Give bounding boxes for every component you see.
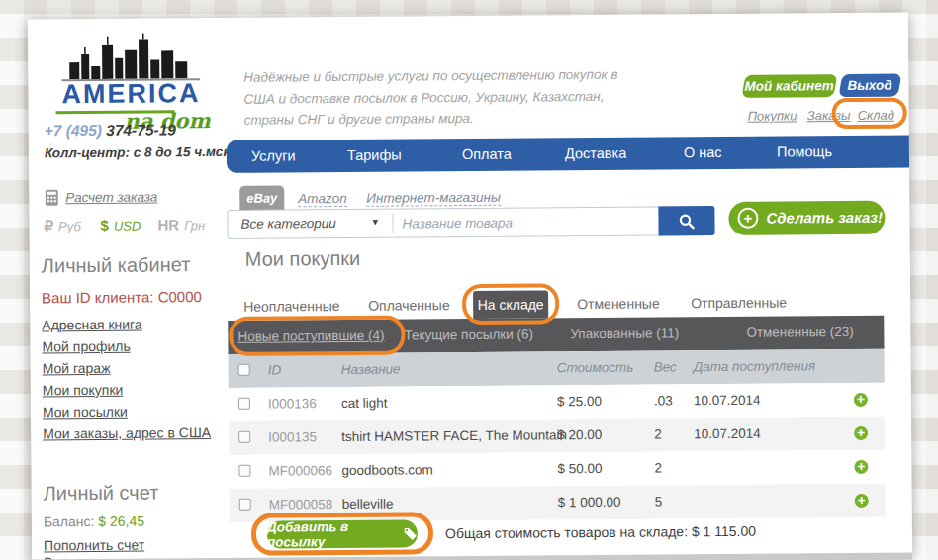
col-name: Название: [341, 362, 401, 377]
col-arrival-date: Дата поступления: [694, 358, 816, 374]
currency-grn[interactable]: HRГрн: [157, 216, 205, 233]
cell-id: MF000058: [269, 497, 333, 513]
callcenter-hours: Колл-центр: с 8 до 15 ч.мск.: [45, 144, 234, 160]
subtab-packed[interactable]: Упакованные (11): [570, 326, 679, 341]
table-row: I000135 tshirt HAMSTER FACE, The Mountai…: [229, 417, 885, 455]
balance-label: Баланс:: [44, 513, 95, 529]
cabinet-title: Личный кабинет: [42, 253, 191, 277]
search-icon: [678, 213, 695, 230]
divider: [392, 214, 393, 233]
logout-button[interactable]: Выход: [838, 74, 901, 98]
calculator-icon: [45, 189, 58, 206]
cell-cost: $ 1 000.00: [558, 495, 621, 511]
row-checkbox[interactable]: [238, 398, 250, 410]
tab-sent[interactable]: Отправленные: [691, 294, 787, 311]
brand-name: AMERICA: [46, 78, 216, 110]
topup-link[interactable]: Пополнить счет: [44, 537, 144, 554]
nav-tariffs[interactable]: Тарифы: [347, 147, 402, 163]
currency-grn-label: Грн: [184, 218, 205, 233]
cell-name: cat light: [341, 396, 388, 411]
page-title: Мои покупки: [245, 247, 361, 271]
search-input[interactable]: [402, 209, 655, 236]
chevron-down-icon: ▾: [372, 216, 378, 229]
warehouse-total: Общая стоимость товаров на складе: $ 1 1…: [445, 523, 756, 541]
logout-label: Выход: [848, 78, 892, 93]
sidebar-link-address-book[interactable]: Адресная книга: [42, 316, 225, 332]
nav-help[interactable]: Помощь: [777, 143, 832, 159]
cell-id: MF000066: [268, 463, 332, 479]
sidebar-link-garage[interactable]: Мой гараж: [43, 359, 226, 376]
table-row: MF000066 goodboots.com $ 50.00 2 +: [229, 450, 885, 489]
col-id: ID: [268, 363, 282, 378]
currency-rub-label: Руб: [58, 219, 81, 233]
tab-unpaid[interactable]: Неоплаченные: [243, 298, 339, 315]
tab-paid[interactable]: Оплаченные: [368, 297, 450, 314]
add-to-parcel-icon[interactable]: +: [855, 494, 869, 508]
search-bar: Все категории ▾: [227, 206, 713, 239]
nav-payment[interactable]: Оплата: [462, 146, 512, 162]
row-checkbox[interactable]: [239, 499, 251, 511]
select-all-checkbox[interactable]: [238, 364, 250, 376]
sidebar-link-profile[interactable]: Мой профиль: [42, 337, 225, 354]
tab-cancelled[interactable]: Отмененные: [577, 295, 660, 312]
cell-cost: $ 50.00: [557, 461, 602, 476]
warehouse-total-label: Общая стоимость товаров на складе:: [445, 523, 688, 541]
logo[interactable]: AMERICA na dom: [46, 32, 217, 134]
cell-cost: $ 25.00: [557, 394, 602, 409]
add-to-parcel-icon[interactable]: +: [854, 460, 868, 474]
order-calc-link[interactable]: Расчет заказа: [65, 189, 157, 205]
tab-internet-shops[interactable]: Интернет-магазины: [366, 190, 501, 207]
plus-circle-icon: +: [737, 208, 758, 229]
cell-weight: .03: [654, 393, 673, 408]
purchases-link[interactable]: Покупки: [748, 108, 797, 123]
nav-services[interactable]: Услуги: [251, 147, 296, 163]
currency-rub-symbol: ₽: [44, 217, 53, 233]
currency-usd-symbol: $: [100, 217, 108, 233]
col-weight: Вес: [654, 359, 677, 374]
currency-usd-label: USD: [114, 219, 141, 233]
cell-cost: $ 20.00: [557, 427, 602, 442]
add-to-parcel-icon[interactable]: +: [854, 393, 868, 407]
sidebar-link-purchases[interactable]: Мои покупки: [43, 381, 226, 398]
subtab-current-parcels[interactable]: Текущие посылки (6): [404, 327, 533, 342]
cell-weight: 5: [655, 494, 663, 509]
cell-date: 10.07.2014: [694, 393, 761, 409]
row-checkbox[interactable]: [238, 465, 250, 477]
nav-delivery[interactable]: Доставка: [565, 145, 626, 161]
site-card: AMERICA na dom +7 (495) 374-75-19 Колл-ц…: [28, 13, 912, 560]
currency-usd[interactable]: $USD: [100, 217, 141, 234]
sidebar-link-parcels[interactable]: Мои посылки: [43, 403, 226, 420]
balance-value: $ 26,45: [98, 513, 144, 529]
cell-id: I000136: [268, 396, 317, 411]
row-checkbox[interactable]: [238, 431, 250, 443]
currency-switcher: ₽Руб $USD HRГрн: [41, 216, 224, 236]
phone-prefix: +7 (495): [45, 122, 102, 139]
add-to-parcel-icon[interactable]: +: [854, 426, 868, 440]
search-button[interactable]: [658, 206, 714, 235]
cell-name: belleville: [342, 497, 394, 512]
nav-about[interactable]: О нас: [684, 144, 722, 160]
highlight-oval-warehouse-link: [832, 98, 907, 130]
cell-name: goodboots.com: [341, 462, 432, 478]
personal-account-title: Личный счет: [44, 481, 159, 505]
subtab-cancelled[interactable]: Отмененные (23): [746, 325, 853, 340]
make-order-button[interactable]: + Сделать заказ!: [728, 201, 885, 235]
highlight-oval-add-button: [251, 512, 433, 555]
col-cost: Стоимость: [557, 360, 634, 376]
phone-digits: 374-75-19: [106, 121, 176, 139]
cell-name: tshirt HAMSTER FACE, The Mountain: [341, 427, 567, 444]
main-nav: Услуги Тарифы Оплата Доставка О нас Помо…: [227, 136, 909, 173]
my-cabinet-button[interactable]: Мой кабинет: [741, 74, 837, 98]
highlight-oval-warehouse-tab: [462, 283, 559, 325]
tab-ebay[interactable]: eBay: [239, 185, 284, 210]
make-order-label: Сделать заказ!: [766, 209, 883, 227]
client-id: Ваш ID клиента: C0000: [42, 288, 202, 306]
currency-rub[interactable]: ₽Руб: [44, 217, 80, 234]
currency-grn-symbol: HR: [157, 216, 179, 233]
phone-number: +7 (495) 374-75-19: [45, 121, 176, 140]
table-row: I000136 cat light $ 25.00 .03 10.07.2014…: [229, 383, 885, 421]
category-select-value: Все категории: [240, 216, 335, 232]
tagline: Надёжные и быстрые услуги по осуществлен…: [243, 64, 631, 132]
tab-amazon[interactable]: Amazon: [298, 191, 347, 207]
sidebar-link-orders-usa-address[interactable]: Мои заказы, адрес в США: [43, 424, 226, 441]
